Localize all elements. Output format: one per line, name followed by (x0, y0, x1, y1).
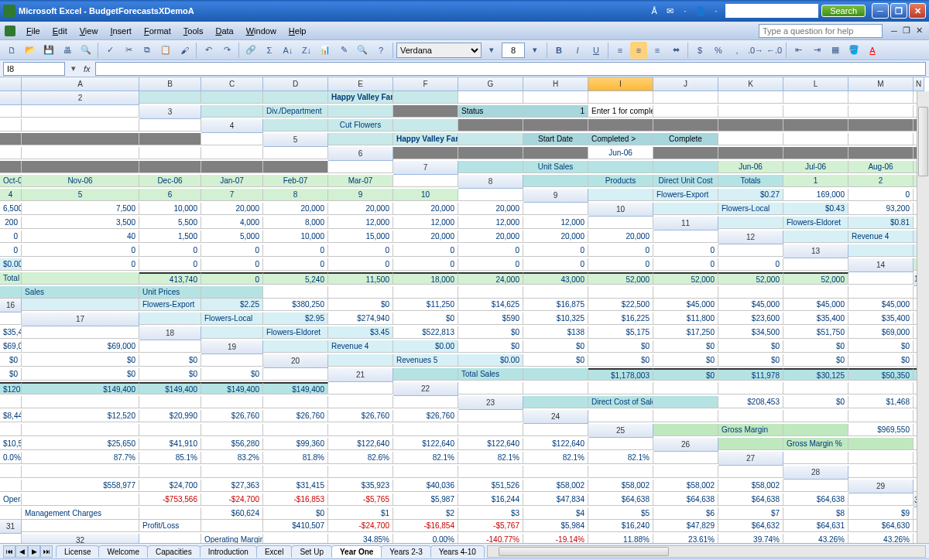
cell[interactable]: Flowers-Local (201, 312, 263, 325)
cell[interactable]: $0 (263, 507, 328, 520)
row-header[interactable]: 5 (263, 133, 328, 147)
cell[interactable]: $35,923 (328, 480, 393, 492)
cell[interactable]: $12,520 (22, 410, 139, 422)
cell[interactable]: $51,526 (458, 480, 523, 492)
row-header[interactable]: 20 (263, 354, 328, 368)
row-header[interactable]: 26 (653, 438, 718, 452)
cell[interactable] (783, 91, 848, 104)
cell[interactable] (139, 534, 201, 543)
cell[interactable]: -140.77% (458, 534, 523, 543)
tab-first-icon[interactable]: ⏮ (3, 545, 15, 558)
cell[interactable] (0, 119, 22, 131)
cell[interactable]: 82.1% (458, 452, 523, 464)
cell[interactable]: $138 (523, 326, 588, 339)
cell[interactable]: 0 (718, 258, 783, 271)
cell[interactable]: 0 (588, 258, 653, 271)
col-header[interactable]: C (201, 77, 263, 91)
cell[interactable] (848, 382, 914, 394)
cell[interactable]: $522,813 (393, 326, 458, 339)
cell[interactable] (22, 520, 139, 532)
menu-file[interactable]: File (20, 25, 46, 37)
new-icon[interactable]: 🗋 (3, 42, 20, 59)
cell[interactable] (22, 119, 139, 131)
cell[interactable]: Flowers-Eldoret (263, 326, 328, 339)
cell[interactable]: Jun-06 (718, 161, 783, 173)
cell[interactable]: $208,453 (718, 396, 783, 408)
menu-view[interactable]: View (74, 25, 105, 37)
save-icon[interactable]: 💾 (40, 42, 57, 59)
currency-icon[interactable]: $ (691, 42, 708, 59)
cell[interactable]: 5,500 (139, 217, 201, 229)
cell[interactable]: $0 (848, 340, 914, 353)
fontsize-input[interactable] (502, 43, 525, 58)
cell[interactable]: $0 (523, 354, 588, 367)
copy-icon[interactable]: ⧉ (139, 42, 156, 59)
menu-data[interactable]: Data (209, 25, 239, 37)
cell[interactable]: 82.6% (328, 452, 393, 464)
cell[interactable]: 52,000 (783, 272, 848, 285)
cell[interactable]: $0.81 (848, 217, 914, 229)
percent-icon[interactable]: % (710, 42, 727, 59)
cell[interactable] (588, 189, 653, 201)
cell[interactable] (653, 119, 718, 131)
cell[interactable]: $34,500 (718, 326, 783, 339)
cell[interactable]: $16,244 (458, 493, 523, 506)
cell[interactable]: Gross Margin (718, 424, 783, 436)
close-button[interactable]: ✕ (909, 3, 926, 19)
col-header[interactable]: E (328, 77, 393, 91)
cell[interactable] (328, 105, 393, 118)
cell[interactable]: 0 (458, 244, 523, 257)
cell[interactable] (718, 119, 783, 131)
undo-icon[interactable]: ↶ (200, 42, 217, 59)
cell[interactable] (201, 326, 263, 339)
row-header[interactable]: 2 (22, 91, 139, 105)
cell[interactable] (263, 466, 328, 478)
cell[interactable] (653, 203, 718, 215)
col-header[interactable]: N (914, 77, 924, 91)
cell[interactable]: Jan-07 (201, 175, 263, 187)
cell[interactable] (783, 105, 848, 118)
doc-icon[interactable] (5, 26, 15, 36)
cell[interactable]: $64,630 (848, 520, 914, 532)
cell[interactable] (22, 424, 139, 436)
menu-help[interactable]: Help (283, 25, 313, 37)
namebox-dropdown-icon[interactable]: ▾ (68, 63, 79, 73)
cell[interactable]: $58,002 (588, 480, 653, 492)
row-header[interactable]: 12 (718, 230, 783, 244)
cell[interactable] (783, 133, 848, 145)
tab-last-icon[interactable]: ⏭ (40, 545, 53, 558)
cell[interactable]: $47,829 (653, 520, 718, 532)
row-header[interactable]: 13 (783, 244, 848, 258)
cell[interactable] (393, 91, 458, 104)
cell[interactable]: 20,000 (458, 230, 523, 243)
cell[interactable]: 20,000 (588, 230, 653, 243)
cell[interactable]: $16,240 (588, 520, 653, 532)
cell[interactable]: 1 (783, 175, 848, 187)
cell[interactable] (201, 396, 263, 408)
cell[interactable] (458, 161, 523, 173)
cell[interactable] (523, 396, 588, 408)
cell[interactable]: 12,000 (393, 217, 458, 229)
cell[interactable]: Operating Margin % (201, 534, 263, 543)
cell[interactable]: $58,002 (523, 480, 588, 492)
cell[interactable]: Flowers-Export (653, 189, 718, 201)
cell[interactable]: $45,000 (783, 299, 848, 311)
cell[interactable] (718, 410, 783, 422)
cell[interactable]: Feb-07 (263, 175, 328, 187)
cell[interactable]: 7 (201, 189, 263, 201)
cell[interactable] (201, 520, 263, 532)
cell[interactable]: Start Date (523, 133, 588, 145)
cell[interactable] (848, 119, 914, 131)
cell[interactable] (263, 161, 328, 173)
cell[interactable]: $23,600 (718, 312, 783, 325)
cell[interactable]: 85.1% (139, 452, 201, 464)
cell[interactable] (393, 286, 458, 299)
cell[interactable]: 52,000 (718, 272, 783, 285)
col-header[interactable]: I (588, 77, 653, 91)
cell[interactable] (848, 286, 914, 299)
menu-edit[interactable]: Edit (46, 25, 74, 37)
cell[interactable] (263, 286, 328, 299)
cell[interactable]: $16,875 (523, 299, 588, 311)
cell[interactable] (458, 147, 523, 159)
cell[interactable]: 0.00% (393, 534, 458, 543)
